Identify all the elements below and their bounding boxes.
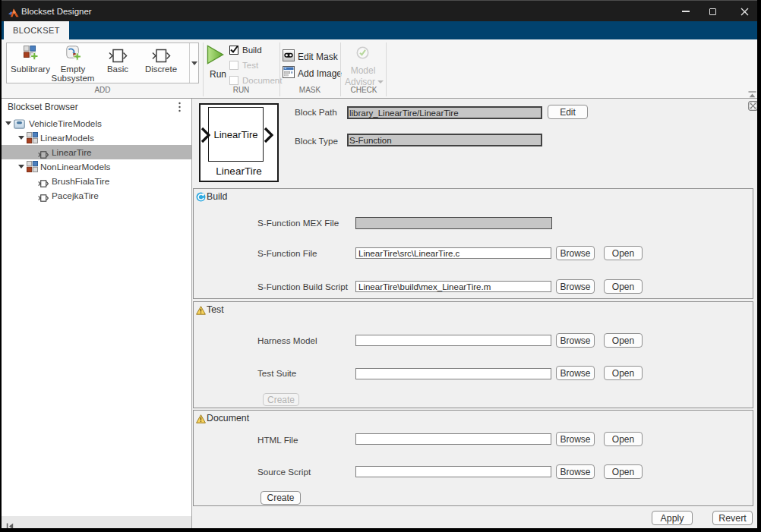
- expand-arrow-icon[interactable]: [5, 121, 11, 125]
- tree-item-vehicletiremodels[interactable]: VehicleTireModels: [2, 116, 191, 131]
- run-button[interactable]: Run: [205, 44, 231, 79]
- sfunction-file-open-button[interactable]: Open: [604, 246, 643, 260]
- toolstrip-item-empty-subsystem[interactable]: Empty Subsystem: [50, 65, 96, 83]
- run-section-label: RUN: [203, 85, 279, 96]
- maximize-button[interactable]: [696, 1, 729, 22]
- block-output-port-icon: [264, 127, 273, 146]
- source-script-browse-button[interactable]: Browse: [556, 464, 595, 479]
- check-section-label: CHECK: [340, 85, 387, 96]
- gallery-dropdown-icon[interactable]: [191, 61, 197, 65]
- test-suite-label: Test Suite: [257, 368, 296, 378]
- mex-file-field: [355, 217, 552, 229]
- model-advisor-dropdown-icon: [377, 80, 384, 83]
- test-suite-browse-button[interactable]: Browse: [556, 366, 595, 380]
- block-tree-icon: [38, 191, 49, 205]
- build-script-browse-button[interactable]: Browse: [556, 279, 595, 294]
- close-icon: [740, 8, 749, 16]
- edit-block-path-button[interactable]: Edit: [548, 105, 588, 119]
- sfunction-file-input[interactable]: [355, 247, 551, 259]
- build-script-input[interactable]: [355, 281, 551, 292]
- source-script-label: Source Script: [257, 467, 311, 477]
- html-file-label: HTML File: [257, 435, 298, 445]
- tree-item-nonlinearmodels[interactable]: NonLinearModels: [2, 159, 191, 174]
- close-button[interactable]: [729, 1, 759, 22]
- add-image-label: Add Image: [298, 68, 342, 80]
- block-preview: LinearTire LinearTire: [199, 103, 279, 182]
- create-test-button: Create: [263, 393, 299, 406]
- harness-model-input[interactable]: [355, 335, 551, 346]
- expand-arrow-icon[interactable]: [18, 136, 24, 140]
- toolstrip-item-basic[interactable]: Basic: [97, 65, 138, 74]
- build-section-title: Build: [207, 191, 227, 202]
- window-title: Blockset Designer: [21, 1, 92, 22]
- add-image-icon: [283, 66, 295, 81]
- sublibrary-icon: [24, 46, 39, 65]
- document-section-title: Document: [207, 413, 249, 423]
- toolstrip-item-discrete[interactable]: Discrete: [140, 65, 182, 74]
- window-border-right: [757, 0, 761, 532]
- html-file-open-button[interactable]: Open: [604, 432, 643, 446]
- tree-item-lineartire[interactable]: LinearTire: [2, 145, 191, 159]
- source-script-input[interactable]: [355, 466, 551, 477]
- tab-strip: BLOCKSET: [2, 21, 759, 39]
- tree-item-linearmodels[interactable]: LinearModels: [2, 131, 191, 145]
- gallery-divider: [189, 43, 190, 83]
- create-document-button[interactable]: Create: [261, 491, 301, 505]
- test-suite-open-button[interactable]: Open: [604, 366, 643, 380]
- html-file-input[interactable]: [355, 433, 551, 445]
- checkbox-build-label: Build: [242, 46, 262, 55]
- tab-blockset-label: BLOCKSET: [13, 26, 60, 35]
- run-button-label: Run: [205, 68, 231, 80]
- test-suite-input[interactable]: [355, 368, 551, 379]
- tree-item-brushfialatire[interactable]: BrushFialaTire: [2, 174, 191, 188]
- tree-item-pacejkatire[interactable]: PacejkaTire: [2, 188, 191, 203]
- checkbox-document-box: [229, 76, 238, 85]
- block-preview-caption: LinearTire: [201, 165, 277, 177]
- block-path-label: Block Path: [295, 107, 337, 117]
- source-script-open-button[interactable]: Open: [604, 464, 643, 479]
- toolstrip: Sublibrary Empty Subsystem Basic: [2, 39, 759, 99]
- checkbox-test-label: Test: [242, 61, 258, 70]
- block-preview-name: LinearTire: [213, 129, 257, 140]
- basic-block-icon: [109, 49, 128, 66]
- add-gallery: Sublibrary Empty Subsystem Basic: [6, 42, 199, 83]
- minimize-icon: [682, 11, 690, 12]
- window-border-left: [0, 0, 2, 532]
- mask-section-label: MASK: [279, 85, 340, 96]
- kebab-menu-icon[interactable]: [178, 102, 182, 115]
- build-script-label: S-Function Build Script: [257, 282, 348, 291]
- apply-button[interactable]: Apply: [652, 511, 693, 525]
- expand-arrow-icon[interactable]: [18, 165, 24, 168]
- check-icon: [229, 45, 239, 55]
- block-preview-block: LinearTire: [208, 107, 264, 162]
- harness-model-open-button[interactable]: Open: [604, 333, 643, 348]
- test-section-title: Test: [207, 304, 224, 315]
- build-script-open-button[interactable]: Open: [604, 279, 643, 294]
- checkbox-build[interactable]: Build: [229, 45, 262, 55]
- build-status-icon: [196, 191, 206, 205]
- edit-mask-icon: [283, 49, 295, 65]
- maximize-icon: [709, 8, 716, 15]
- block-input-port-icon: [201, 127, 210, 146]
- edit-mask-label: Edit Mask: [298, 51, 338, 63]
- run-icon: [207, 45, 224, 68]
- build-section: Build S-Function MEX File S-Function Fil…: [193, 188, 753, 299]
- revert-button[interactable]: Revert: [712, 511, 753, 525]
- titlebar[interactable]: Blockset Designer: [2, 0, 759, 21]
- add-section-label: ADD: [6, 85, 199, 96]
- sfunction-file-browse-button[interactable]: Browse: [556, 246, 595, 260]
- toolstrip-item-sublibrary[interactable]: Sublibrary: [8, 65, 52, 74]
- checkbox-test-box: [229, 61, 238, 70]
- block-type-field: S-Function: [347, 134, 542, 146]
- harness-model-label: Harness Model: [257, 335, 317, 345]
- checkbox-build-box: [229, 46, 238, 55]
- toolstrip-separator: [386, 42, 387, 96]
- window-border-bottom: [0, 528, 761, 532]
- harness-model-browse-button[interactable]: Browse: [556, 333, 595, 348]
- model-advisor-icon: [356, 46, 369, 62]
- discrete-block-icon: [152, 49, 171, 66]
- html-file-browse-button[interactable]: Browse: [556, 432, 595, 446]
- blockset-browser-panel: Blockset Browser VehicleTireModels: [2, 99, 191, 528]
- tab-blockset[interactable]: BLOCKSET: [4, 21, 69, 39]
- model-advisor-button: Model Advisor: [342, 46, 384, 85]
